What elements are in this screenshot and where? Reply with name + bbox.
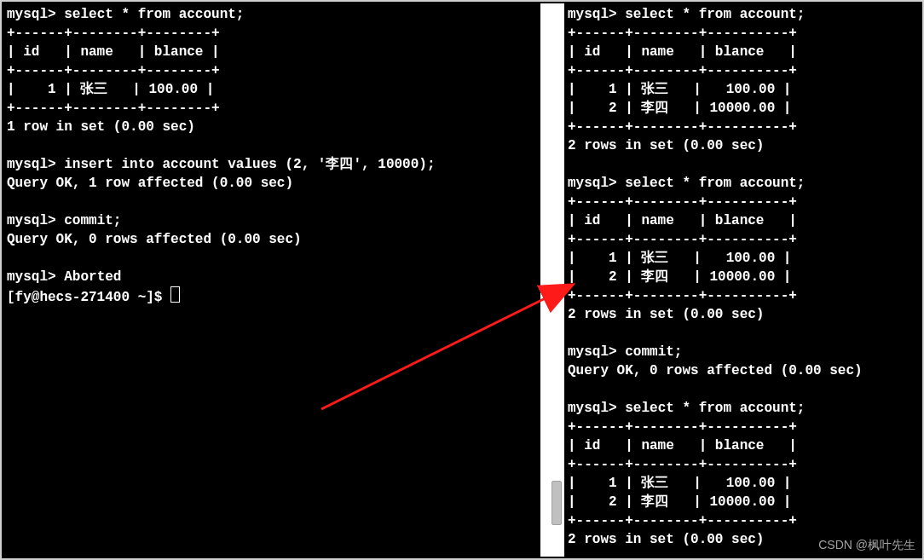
query-response: Query OK, 1 row affected (0.00 sec) <box>7 176 293 191</box>
sql-query: insert into account values (2, '李四', 100… <box>64 157 435 172</box>
table-row: | 1 | 张三 | 100.00 | <box>568 251 791 266</box>
scrollbar-thumb[interactable] <box>552 481 562 525</box>
table-row: | 1 | 张三 | 100.00 | <box>568 82 791 97</box>
table-row: | 2 | 李四 | 10000.00 | <box>568 494 791 510</box>
sql-query: commit; <box>625 344 682 360</box>
sql-query: select * from account; <box>625 401 805 416</box>
table-border: +------+--------+----------+ <box>568 457 797 472</box>
table-border: +------+--------+----------+ <box>568 26 797 41</box>
table-row: | 1 | 张三 | 100.00 | <box>7 82 214 97</box>
result-footer: 2 rows in set (0.00 sec) <box>568 532 764 547</box>
table-border: +------+--------+--------+ <box>7 63 220 78</box>
table-border: +------+--------+----------+ <box>568 288 797 303</box>
table-header: | id | name | blance | <box>568 44 797 60</box>
table-border: +------+--------+----------+ <box>568 119 797 135</box>
mysql-prompt: mysql> <box>568 401 625 416</box>
mysql-prompt: mysql> <box>7 213 64 228</box>
sql-query: commit; <box>64 213 121 228</box>
query-response: Query OK, 0 rows affected (0.00 sec) <box>7 232 302 247</box>
watermark-text: CSDN @枫叶先生 <box>818 538 915 553</box>
result-footer: 2 rows in set (0.00 sec) <box>568 307 764 322</box>
result-footer: 1 row in set (0.00 sec) <box>7 119 195 135</box>
mysql-prompt: mysql> <box>7 7 64 22</box>
shell-prompt: [fy@hecs-271400 ~]$ <box>7 290 170 305</box>
table-row: | 1 | 张三 | 100.00 | <box>568 476 791 491</box>
query-response: Query OK, 0 rows affected (0.00 sec) <box>568 363 863 378</box>
terminal-split-view: mysql> select * from account; +------+--… <box>0 0 924 560</box>
result-footer: 2 rows in set (0.00 sec) <box>568 138 764 153</box>
scrollbar-left[interactable] <box>551 3 563 557</box>
sql-query: select * from account; <box>625 176 805 191</box>
table-border: +------+--------+--------+ <box>7 101 220 116</box>
mysql-prompt: mysql> <box>568 176 625 191</box>
table-row: | 2 | 李四 | 10000.00 | <box>568 101 791 116</box>
table-border: +------+--------+----------+ <box>568 419 797 435</box>
terminal-pane-right[interactable]: mysql> select * from account; +------+--… <box>564 3 921 557</box>
table-header: | id | name | blance | <box>568 213 797 228</box>
table-header: | id | name | blance | <box>7 44 220 60</box>
table-header: | id | name | blance | <box>568 438 797 453</box>
terminal-pane-left[interactable]: mysql> select * from account; +------+--… <box>3 3 540 557</box>
sql-query: select * from account; <box>625 7 805 22</box>
mysql-prompt: mysql> <box>7 157 64 172</box>
table-border: +------+--------+--------+ <box>7 26 220 41</box>
mysql-prompt: mysql> <box>568 7 625 22</box>
mysql-prompt: mysql> <box>568 344 625 360</box>
table-border: +------+--------+----------+ <box>568 513 797 528</box>
cursor-icon <box>170 286 180 303</box>
table-border: +------+--------+----------+ <box>568 63 797 78</box>
table-border: +------+--------+----------+ <box>568 232 797 247</box>
table-row: | 2 | 李四 | 10000.00 | <box>568 269 791 285</box>
aborted-msg: Aborted <box>64 269 121 285</box>
mysql-prompt: mysql> <box>7 269 64 285</box>
table-border: +------+--------+----------+ <box>568 194 797 210</box>
sql-query: select * from account; <box>64 7 244 22</box>
